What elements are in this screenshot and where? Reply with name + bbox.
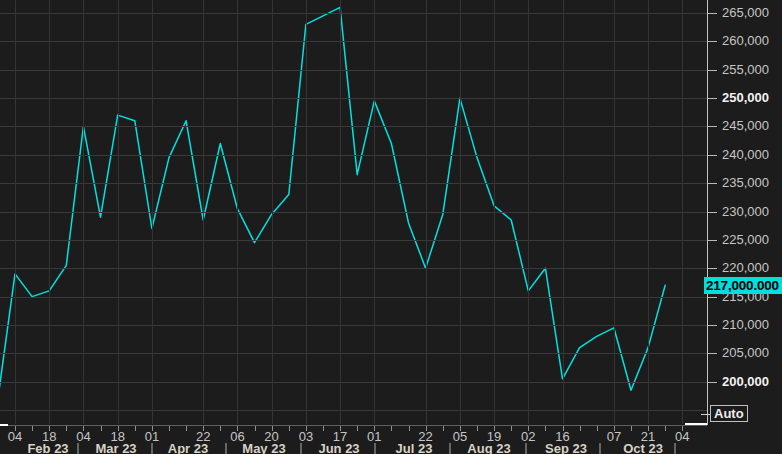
h-gridline bbox=[0, 126, 707, 127]
y-axis-label: 265,000 bbox=[722, 5, 769, 21]
x-axis-month-separator: | bbox=[224, 440, 227, 454]
x-axis-day-label: 04 bbox=[675, 429, 689, 444]
v-gridline bbox=[460, 0, 461, 424]
y-axis-tick bbox=[707, 41, 717, 42]
y-axis-label: 235,000 bbox=[722, 175, 769, 191]
h-gridline bbox=[0, 70, 707, 71]
x-axis-tick bbox=[101, 426, 102, 431]
y-axis-tick bbox=[707, 353, 717, 354]
h-gridline bbox=[0, 98, 707, 99]
y-axis-label: 260,000 bbox=[722, 33, 769, 49]
last-value-label: 217,000.000 bbox=[706, 278, 779, 293]
x-axis-highlight-left bbox=[0, 424, 8, 426]
x-axis-month-separator: | bbox=[673, 440, 676, 454]
h-gridline bbox=[0, 41, 707, 42]
last-value-badge: 217,000.000 bbox=[704, 277, 782, 294]
x-axis-tick bbox=[357, 426, 358, 431]
v-gridline bbox=[237, 0, 238, 424]
y-axis-tick bbox=[707, 382, 717, 383]
x-axis-month-separator: | bbox=[524, 440, 527, 454]
v-gridline bbox=[528, 0, 529, 424]
x-axis-line bbox=[0, 425, 707, 426]
x-axis-month-label: Aug 23 bbox=[467, 441, 510, 454]
plot-area[interactable] bbox=[0, 0, 707, 425]
y-axis-tick bbox=[707, 240, 717, 241]
v-gridline bbox=[374, 0, 375, 424]
v-gridline bbox=[49, 0, 50, 424]
h-gridline bbox=[0, 240, 707, 241]
x-axis-tick bbox=[186, 426, 187, 431]
x-axis-tick bbox=[289, 426, 290, 431]
y-axis-tick bbox=[707, 183, 717, 184]
h-gridline bbox=[0, 382, 707, 383]
y-axis-label: 255,000 bbox=[722, 62, 769, 78]
h-gridline bbox=[0, 183, 707, 184]
x-axis-tick bbox=[409, 426, 410, 431]
x-axis-month-label: Mar 23 bbox=[95, 441, 136, 454]
y-axis-label: 230,000 bbox=[722, 204, 769, 220]
y-axis-label: 205,000 bbox=[722, 345, 769, 361]
y-axis-tick bbox=[707, 268, 717, 269]
v-gridline bbox=[682, 0, 683, 424]
x-axis-tick bbox=[443, 426, 444, 431]
v-gridline bbox=[306, 0, 307, 424]
x-axis-month-separator: | bbox=[299, 440, 302, 454]
h-gridline bbox=[0, 410, 707, 411]
x-axis-tick bbox=[32, 426, 33, 431]
v-gridline bbox=[272, 0, 273, 424]
y-axis-label: 225,000 bbox=[722, 232, 769, 248]
x-axis-tick bbox=[220, 426, 221, 431]
x-axis-month-label: Oct 23 bbox=[623, 441, 663, 454]
h-gridline bbox=[0, 353, 707, 354]
y-axis-label: 240,000 bbox=[722, 147, 769, 163]
y-axis-line[interactable] bbox=[707, 0, 708, 425]
v-gridline bbox=[563, 0, 564, 424]
x-axis-day-label: 07 bbox=[607, 429, 621, 444]
x-axis-tick bbox=[477, 426, 478, 431]
y-axis-tick bbox=[707, 13, 717, 14]
h-gridline bbox=[0, 155, 707, 156]
y-axis-tick bbox=[707, 325, 717, 326]
h-gridline bbox=[0, 13, 707, 14]
y-axis-tick bbox=[707, 212, 717, 213]
v-gridline bbox=[340, 0, 341, 424]
y-axis-tick bbox=[707, 126, 717, 127]
x-axis-tick bbox=[631, 426, 632, 431]
auto-connector-line bbox=[701, 414, 710, 415]
h-gridline bbox=[0, 268, 707, 269]
y-axis-tick bbox=[707, 70, 717, 71]
v-gridline bbox=[15, 0, 16, 424]
x-axis-tick bbox=[255, 426, 256, 431]
x-axis-month-separator: | bbox=[76, 440, 79, 454]
v-gridline bbox=[426, 0, 427, 424]
v-gridline bbox=[648, 0, 649, 424]
h-gridline bbox=[0, 212, 707, 213]
y-axis-tick bbox=[707, 297, 717, 298]
x-axis-month-separator: | bbox=[373, 440, 376, 454]
h-gridline bbox=[0, 297, 707, 298]
x-axis-tick bbox=[323, 426, 324, 431]
x-axis-tick bbox=[597, 426, 598, 431]
x-axis-day-label: 02 bbox=[521, 429, 535, 444]
v-gridline bbox=[118, 0, 119, 424]
x-axis-month-separator: | bbox=[448, 440, 451, 454]
x-axis-month-label: Apr 23 bbox=[168, 441, 208, 454]
x-axis-tick bbox=[391, 426, 392, 431]
y-axis-label: 250,000 bbox=[722, 90, 769, 106]
x-axis-tick bbox=[135, 426, 136, 431]
x-axis-month-label: Jun 23 bbox=[318, 441, 359, 454]
x-axis-month-separator: | bbox=[598, 440, 601, 454]
y-axis-label: 200,000 bbox=[722, 374, 769, 390]
y-axis-label: 245,000 bbox=[722, 118, 769, 134]
y-axis-tick bbox=[707, 98, 717, 99]
price-line bbox=[0, 0, 708, 426]
y-axis-label: 220,000 bbox=[722, 260, 769, 276]
x-axis-month-label: Jul 23 bbox=[396, 441, 433, 454]
x-axis-month-label: Feb 23 bbox=[27, 441, 68, 454]
x-axis-highlight-right bbox=[685, 423, 707, 425]
auto-scale-button[interactable]: Auto bbox=[710, 405, 748, 422]
v-gridline bbox=[152, 0, 153, 424]
x-axis-month-label: Sep 23 bbox=[545, 441, 587, 454]
v-gridline bbox=[83, 0, 84, 424]
x-axis-tick bbox=[545, 426, 546, 431]
